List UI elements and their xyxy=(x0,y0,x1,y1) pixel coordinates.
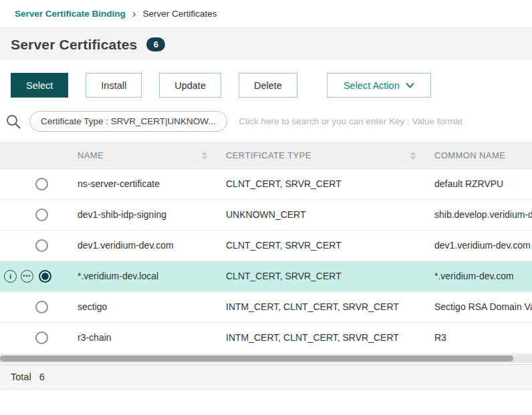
breadcrumb: Server Certificate Binding › Server Cert… xyxy=(0,0,532,28)
scrollbar-thumb[interactable] xyxy=(0,356,513,362)
radio-column-header xyxy=(0,143,64,168)
cell-radio: i ••• xyxy=(0,168,64,199)
filter-chip[interactable]: Certificate Type : SRVR_CERT|UNKNOW... xyxy=(29,111,227,132)
column-header-certificate-type[interactable]: CERTIFICATE TYPE xyxy=(213,143,421,168)
column-header-common-name[interactable]: COMMON NAME xyxy=(421,143,532,168)
cell-radio: i ••• xyxy=(0,291,64,322)
sort-icon[interactable] xyxy=(410,152,416,160)
cell-common-name: R3 xyxy=(421,322,532,353)
total-label: Total xyxy=(11,372,31,382)
row-radio[interactable] xyxy=(39,270,51,283)
search-icon[interactable] xyxy=(5,114,21,130)
table-row[interactable]: i ••• dev1-shib-idp-signing UNKNOWN_CERT… xyxy=(0,199,532,230)
table-header-row: NAME CERTIFICATE TYPE COMMON NAME xyxy=(0,143,532,168)
cell-common-name: default RZRVPU xyxy=(421,168,532,199)
delete-button[interactable]: Delete xyxy=(239,73,297,98)
cell-name: dev1-shib-idp-signing xyxy=(64,199,213,230)
install-button[interactable]: Install xyxy=(86,73,142,98)
cell-type: CLNT_CERT, SRVR_CERT xyxy=(213,230,421,261)
chevron-down-icon xyxy=(406,82,414,88)
update-button[interactable]: Update xyxy=(159,73,221,98)
cell-type: UNKNOWN_CERT xyxy=(213,199,421,230)
total-value: 6 xyxy=(39,372,45,382)
cell-radio: i ••• xyxy=(0,230,64,261)
sort-icon[interactable] xyxy=(202,152,207,160)
horizontal-scrollbar[interactable] xyxy=(0,354,532,363)
breadcrumb-current: Server Certificates xyxy=(142,9,217,19)
title-bar: Server Certificates 6 xyxy=(0,28,532,61)
page-title: Server Certificates xyxy=(11,37,137,53)
cell-type: CLNT_CERT, SRVR_CERT xyxy=(213,168,421,199)
certificates-table: NAME CERTIFICATE TYPE COMMON NAME i ••• xyxy=(0,142,532,354)
row-radio[interactable] xyxy=(35,209,48,221)
cell-radio: i ••• xyxy=(0,322,64,353)
cell-name: dev1.veridium-dev.com xyxy=(64,230,213,261)
table-body: i ••• ns-server-certificate CLNT_CERT, S… xyxy=(0,168,532,353)
column-label: NAME xyxy=(78,150,104,160)
column-header-name[interactable]: NAME xyxy=(64,143,213,168)
cell-radio: i ••• xyxy=(0,199,64,230)
cell-common-name: Sectigo RSA Domain Validation Secure Ser… xyxy=(421,291,532,322)
table-row[interactable]: i ••• sectigo INTM_CERT, CLNT_CERT, SRVR… xyxy=(0,291,532,322)
cell-common-name: shib.develop.veridium-dev.com xyxy=(421,199,532,230)
search-bar: Certificate Type : SRVR_CERT|UNKNOW... C… xyxy=(0,110,532,142)
row-radio[interactable] xyxy=(35,331,48,344)
toolbar: Select Install Update Delete Select Acti… xyxy=(0,61,532,110)
cell-radio: i ••• xyxy=(0,261,64,291)
cell-name: *.veridium-dev.local xyxy=(64,261,213,291)
cell-name: r3-chain xyxy=(64,322,213,353)
cell-name: sectigo xyxy=(64,291,213,322)
cell-common-name: dev1.veridium-dev.com xyxy=(421,230,532,261)
row-radio[interactable] xyxy=(35,178,48,190)
table-row[interactable]: i ••• ns-server-certificate CLNT_CERT, S… xyxy=(0,168,532,199)
cell-name: ns-server-certificate xyxy=(64,168,213,199)
select-action-button[interactable]: Select Action xyxy=(327,73,431,98)
cell-type: INTM_CERT, CLNT_CERT, SRVR_CERT xyxy=(213,291,421,322)
table-row[interactable]: i ••• r3-chain INTM_CERT, CLNT_CERT, SRV… xyxy=(0,322,532,353)
table-row[interactable]: i ••• dev1.veridium-dev.com CLNT_CERT, S… xyxy=(0,230,532,261)
more-actions-icon[interactable]: ••• xyxy=(21,270,33,283)
select-action-label: Select Action xyxy=(344,80,400,91)
cell-type: CLNT_CERT, SRVR_CERT xyxy=(213,261,421,291)
select-button[interactable]: Select xyxy=(11,73,68,98)
column-label: COMMON NAME xyxy=(434,150,505,160)
column-label: CERTIFICATE TYPE xyxy=(226,150,311,160)
count-badge: 6 xyxy=(146,37,165,51)
row-radio[interactable] xyxy=(35,301,48,313)
cell-type: INTM_CERT, CLNT_CERT, SRVR_CERT xyxy=(213,322,421,353)
table-row[interactable]: i ••• *.veridium-dev.local CLNT_CERT, SR… xyxy=(0,261,532,291)
search-input[interactable]: Click here to search or you can enter Ke… xyxy=(239,116,462,126)
row-radio[interactable] xyxy=(35,239,48,252)
breadcrumb-parent-link[interactable]: Server Certificate Binding xyxy=(15,9,126,19)
footer: Total 6 xyxy=(0,364,532,390)
breadcrumb-separator-icon: › xyxy=(132,8,136,19)
info-icon[interactable]: i xyxy=(4,270,17,283)
cell-common-name: *.veridium-dev.com xyxy=(421,261,532,291)
